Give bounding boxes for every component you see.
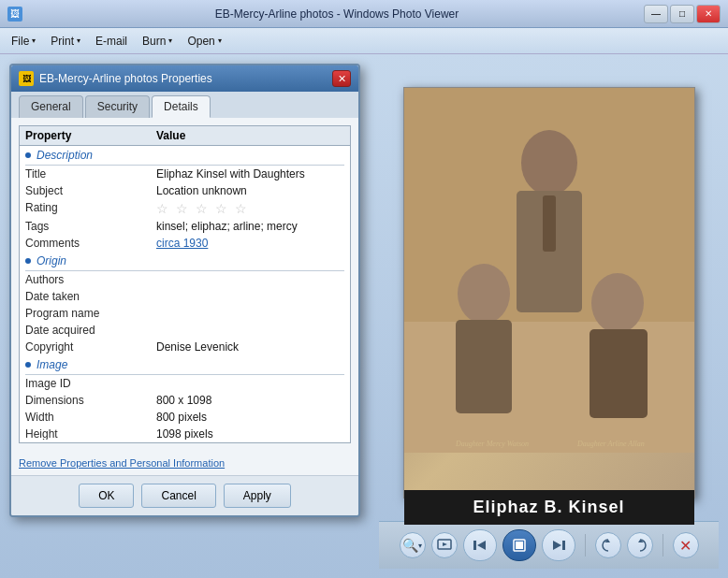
prop-label-width: Width <box>25 411 156 424</box>
maximize-button[interactable]: □ <box>670 5 694 23</box>
table-row: Rating ☆ ☆ ☆ ☆ ☆ <box>20 199 350 218</box>
prop-value-dimensions[interactable]: 800 x 1098 <box>156 394 344 407</box>
minimize-button[interactable]: — <box>644 5 668 23</box>
prop-label-subject: Subject <box>25 184 156 197</box>
prop-value-authors[interactable] <box>156 273 344 286</box>
tab-security[interactable]: Security <box>85 95 150 118</box>
dialog-close-button[interactable]: ✕ <box>332 70 351 87</box>
menu-bar: File ▾ Print ▾ E-mail Burn ▾ Open ▾ <box>0 28 728 54</box>
prop-label-dateacquired: Date acquired <box>25 324 156 337</box>
prop-value-datetaken[interactable] <box>156 290 344 303</box>
dialog-icon: 🖼 <box>19 71 34 86</box>
prev-icon <box>472 537 488 554</box>
next-button[interactable] <box>542 529 575 561</box>
prop-label-title: Title <box>25 167 156 181</box>
menu-print[interactable]: Print ▾ <box>43 31 88 51</box>
svg-marker-15 <box>477 541 486 550</box>
remove-properties-link[interactable]: Remove Properties and Personal Informati… <box>19 457 225 469</box>
prop-value-width[interactable]: 800 pixels <box>156 411 344 424</box>
table-row: Authors <box>20 271 350 288</box>
col2-header: Value <box>156 129 344 142</box>
table-row: Dimensions 800 x 1098 <box>20 392 350 409</box>
rotate-left-button[interactable] <box>595 532 621 558</box>
dialog-footer: Remove Properties and Personal Informati… <box>11 451 358 475</box>
open-arrow-icon: ▾ <box>218 36 222 45</box>
table-row: Image ID <box>20 375 350 392</box>
prop-value-title[interactable]: Eliphaz Kinsel with Daughters <box>156 167 344 181</box>
zoom-button[interactable]: 🔍▾ <box>400 532 426 558</box>
table-row: Copyright Denise Levenick <box>20 339 350 355</box>
svg-rect-18 <box>562 541 565 550</box>
section-origin: Origin <box>20 252 350 270</box>
title-bar: 🖼 EB-Mercy-Arline photos - Windows Photo… <box>0 0 728 28</box>
prop-value-dateacquired[interactable] <box>156 324 344 337</box>
menu-email[interactable]: E-mail <box>88 31 135 51</box>
dialog-title: EB-Mercy-Arline photos Properties <box>39 72 332 85</box>
fit-button[interactable] <box>502 529 536 561</box>
viewer-controls: 🔍▾ <box>379 521 719 569</box>
close-button[interactable]: ✕ <box>696 5 721 23</box>
prop-label-copyright: Copyright <box>25 340 156 354</box>
menu-burn[interactable]: Burn ▾ <box>135 31 180 51</box>
photo-svg: Daughter Mercy Watson Daughter Arline Al… <box>404 88 694 453</box>
prop-value-rating[interactable]: ☆ ☆ ☆ ☆ ☆ <box>156 201 344 216</box>
table-row: Height 1098 pixels <box>20 426 350 440</box>
main-content: 🖼 EB-Mercy-Arline photos Properties ✕ Ge… <box>0 54 728 578</box>
file-arrow-icon: ▾ <box>32 36 36 45</box>
prev-button[interactable] <box>463 529 497 561</box>
table-row: Title Eliphaz Kinsel with Daughters <box>20 166 350 182</box>
prop-label-programname: Program name <box>25 307 156 320</box>
table-header: Property Value <box>20 126 350 146</box>
slideshow-icon <box>437 538 452 553</box>
tab-bar: General Security Details <box>11 92 358 118</box>
tab-details[interactable]: Details <box>152 95 211 118</box>
table-row: Program name <box>20 305 350 322</box>
prop-label-authors: Authors <box>25 273 156 286</box>
menu-file[interactable]: File ▾ <box>4 31 43 51</box>
prop-value-comments[interactable]: circa 1930 <box>156 237 344 250</box>
prop-value-subject[interactable]: Location unknown <box>156 184 344 197</box>
section-description: Description <box>20 146 350 165</box>
window-controls: — □ ✕ <box>644 5 721 23</box>
divider <box>585 534 586 556</box>
apply-button[interactable]: Apply <box>224 484 291 508</box>
photo-image: Daughter Mercy Watson Daughter Arline Al… <box>403 87 695 499</box>
table-row: Comments circa 1930 <box>20 235 350 252</box>
table-row: Date acquired <box>20 322 350 339</box>
prop-value-imageid[interactable] <box>156 377 344 390</box>
next-icon <box>550 537 567 554</box>
svg-text:Daughter Mercy Watson: Daughter Mercy Watson <box>455 440 529 448</box>
cancel-button[interactable]: Cancel <box>141 484 215 508</box>
rotate-right-icon <box>633 538 648 553</box>
dialog-overlay: 🖼 EB-Mercy-Arline photos Properties ✕ Ge… <box>0 54 370 578</box>
table-row: Width 800 pixels <box>20 409 350 426</box>
properties-dialog: 🖼 EB-Mercy-Arline photos Properties ✕ Ge… <box>9 64 360 517</box>
dialog-title-bar: 🖼 EB-Mercy-Arline photos Properties ✕ <box>11 65 358 92</box>
prop-label-datetaken: Date taken <box>25 290 156 303</box>
col1-header: Property <box>25 129 156 142</box>
photo-sepia-bg: Daughter Mercy Watson Daughter Arline Al… <box>404 88 694 490</box>
prop-value-height[interactable]: 1098 pixels <box>156 427 344 440</box>
photo-caption: Eliphaz B. Kinsel <box>404 490 694 525</box>
rotate-right-button[interactable] <box>627 532 653 558</box>
ok-button[interactable]: OK <box>79 484 134 508</box>
tab-general[interactable]: General <box>19 95 83 118</box>
photo-frame: Daughter Mercy Watson Daughter Arline Al… <box>379 64 719 521</box>
rotate-left-icon <box>601 538 616 553</box>
properties-table: Property Value Description Title Eliphaz… <box>19 125 351 443</box>
svg-rect-17 <box>516 542 523 549</box>
dialog-buttons: OK Cancel Apply <box>11 475 358 515</box>
fit-icon <box>511 537 528 554</box>
svg-text:Daughter Arline Allan: Daughter Arline Allan <box>576 440 645 448</box>
prop-value-programname[interactable] <box>156 307 344 320</box>
burn-arrow-icon: ▾ <box>168 36 172 45</box>
properties-scroll[interactable]: Description Title Eliphaz Kinsel with Da… <box>20 146 350 440</box>
delete-button[interactable]: ✕ <box>673 532 699 558</box>
table-row: Tags kinsel; eliphaz; arline; mercy <box>20 218 350 235</box>
slideshow-button[interactable] <box>431 532 458 558</box>
prop-value-tags[interactable]: kinsel; eliphaz; arline; mercy <box>156 220 344 233</box>
dialog-body: Property Value Description Title Eliphaz… <box>11 118 358 451</box>
menu-open[interactable]: Open ▾ <box>180 31 228 51</box>
prop-value-copyright[interactable]: Denise Levenick <box>156 340 344 354</box>
app-icon: 🖼 <box>7 7 22 22</box>
